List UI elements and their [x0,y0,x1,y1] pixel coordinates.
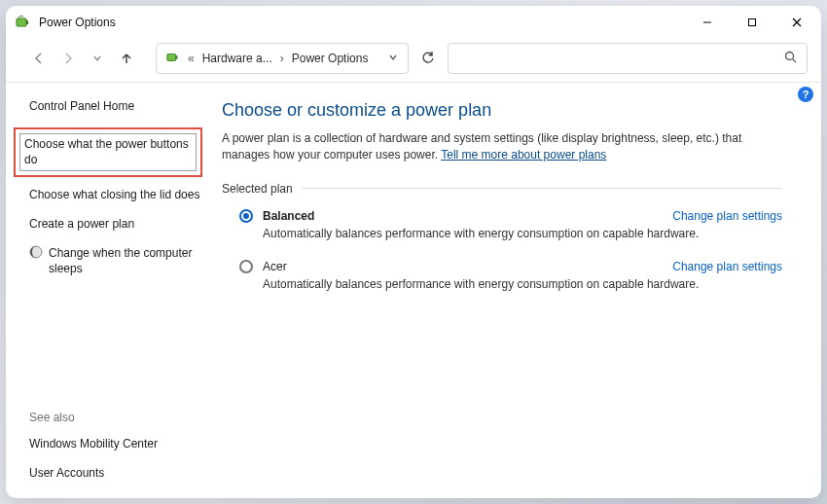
minimize-button[interactable] [685,8,730,37]
svg-line-9 [793,59,797,63]
plan-desc-acer: Automatically balances performance with … [263,277,782,291]
up-button[interactable] [115,47,138,70]
see-also-mobility[interactable]: Windows Mobility Center [29,436,200,451]
forward-button[interactable] [56,47,80,70]
sidebar-link-closing-lid[interactable]: Choose what closing the lid does [29,187,200,202]
body: ? Control Panel Home Choose what the pow… [6,83,821,498]
help-badge[interactable]: ? [798,87,813,102]
toolbar: « Hardware a... › Power Options [6,39,821,82]
recent-dropdown[interactable] [86,47,109,70]
learn-more-link[interactable]: Tell me more about power plans [441,148,606,162]
window: Power Options « Hardware a... › Power Op… [6,6,821,498]
breadcrumb-item-2[interactable]: Power Options [292,52,369,65]
selected-plan-label: Selected plan [222,182,293,196]
page-description: A power plan is a collection of hardware… [222,130,747,164]
sidebar-link-change-sleep-label: Change when the computer sleeps [49,245,200,276]
back-button[interactable] [27,47,51,70]
see-also-label: See also [29,411,200,424]
section-divider [303,188,782,189]
sidebar: Control Panel Home Choose what the power… [6,83,210,498]
change-plan-settings-link[interactable]: Change plan settings [672,260,782,273]
svg-rect-1 [26,20,28,24]
power-plan-header: Acer Change plan settings [239,260,782,273]
breadcrumb-item-1[interactable]: Hardware a... [202,52,272,65]
chevron-right-icon: › [280,52,284,65]
selected-plan-section: Selected plan [222,182,782,196]
plan-name-acer[interactable]: Acer [263,260,287,273]
svg-rect-3 [749,19,756,26]
page-heading: Choose or customize a power plan [222,100,782,121]
close-button[interactable] [774,8,819,37]
svg-point-8 [786,53,794,60]
breadcrumb-prefix: « [188,52,195,65]
maximize-button[interactable] [730,8,774,37]
power-plan-balanced: Balanced Change plan settings Automatica… [239,209,782,240]
sidebar-link-change-sleep[interactable]: Change when the computer sleeps [29,245,200,276]
power-plan-header: Balanced Change plan settings [239,209,782,223]
sidebar-link-create-plan[interactable]: Create a power plan [29,216,200,232]
sidebar-link-power-buttons-label: Choose what the power buttons do [19,133,197,170]
app-icon [16,15,31,30]
breadcrumb[interactable]: « Hardware a... › Power Options [156,43,409,74]
sidebar-link-power-buttons[interactable]: Choose what the power buttons do [14,127,202,176]
search-box[interactable] [448,43,808,74]
moon-icon [29,245,43,263]
search-icon [784,51,797,66]
plan-name-balanced[interactable]: Balanced [263,209,314,223]
power-plan-acer: Acer Change plan settings Automatically … [239,260,782,291]
see-also-accounts[interactable]: User Accounts [29,465,200,481]
radio-balanced[interactable] [239,209,253,223]
svg-rect-0 [17,18,26,26]
breadcrumb-icon [166,51,180,67]
window-title: Power Options [39,16,685,29]
svg-rect-7 [176,55,178,59]
main-content: Choose or customize a power plan A power… [210,83,821,498]
title-bar: Power Options [6,6,821,39]
control-panel-home-link[interactable]: Control Panel Home [29,98,200,114]
plan-desc-balanced: Automatically balances performance with … [263,227,782,240]
svg-rect-6 [167,54,176,60]
refresh-button[interactable] [414,52,442,65]
breadcrumb-dropdown-icon[interactable] [388,52,398,65]
window-buttons [685,8,819,37]
radio-acer[interactable] [239,260,253,273]
change-plan-settings-link[interactable]: Change plan settings [672,209,782,223]
